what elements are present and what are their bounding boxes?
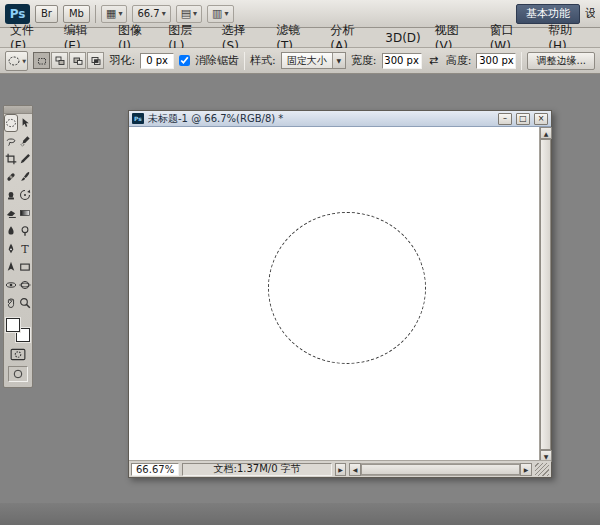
healing-brush-icon [5, 171, 17, 183]
vertical-scroll-thumb[interactable] [540, 139, 551, 450]
intersect-selection-icon [91, 56, 101, 66]
horizontal-scrollbar[interactable]: ◀ ▶ [349, 463, 532, 476]
launch-bridge-button[interactable]: Br [35, 5, 58, 23]
spot-healing-brush-tool[interactable] [4, 168, 18, 186]
options-divider [244, 52, 245, 70]
path-selection-tool[interactable] [4, 258, 18, 276]
style-select[interactable]: 固定大小 ▼ [281, 52, 346, 69]
3d-orbit-tool[interactable] [18, 276, 32, 294]
horizontal-scroll-thumb[interactable] [361, 464, 520, 475]
scroll-up-button[interactable]: ▲ [540, 127, 552, 139]
quick-selection-tool[interactable] [18, 132, 32, 150]
height-input[interactable] [476, 53, 516, 69]
add-to-selection-button[interactable] [51, 52, 68, 69]
move-tool[interactable] [18, 114, 32, 132]
arrange-documents-icon: ▤ [181, 8, 191, 19]
chevron-down-icon: ▾ [193, 9, 197, 18]
view-extras-dropdown[interactable]: ▦ ▾ [101, 5, 127, 23]
close-button[interactable]: × [534, 113, 548, 125]
foreground-color-swatch[interactable] [6, 318, 20, 332]
canvas[interactable] [129, 127, 539, 462]
clone-stamp-tool[interactable] [4, 186, 18, 204]
subtract-from-selection-button[interactable] [69, 52, 86, 69]
path-selection-icon [5, 261, 17, 273]
menu-view[interactable]: 视图(V) [428, 28, 483, 47]
tools-panel: T [3, 105, 33, 388]
move-icon [19, 117, 31, 129]
menu-help[interactable]: 帮助(H) [541, 28, 597, 47]
swap-width-height-button[interactable]: ⇄ [427, 52, 441, 69]
height-label: 高度: [446, 53, 472, 68]
menu-layer[interactable]: 图层(L) [161, 28, 214, 47]
scroll-left-button[interactable]: ◀ [349, 463, 361, 476]
menu-window[interactable]: 窗口(W) [483, 28, 542, 47]
zoom-percentage-field[interactable]: 66.67% [131, 463, 179, 476]
width-input[interactable] [382, 53, 422, 69]
menu-bar: 文件(F) 编辑(E) 图像(I) 图层(L) 选择(S) 滤镜(T) 分析(A… [0, 28, 600, 48]
horizontal-scroll-track[interactable] [361, 463, 520, 476]
scroll-right-button[interactable]: ▶ [520, 463, 532, 476]
quick-selection-icon [19, 135, 31, 147]
grid-icon: ▦ [106, 8, 116, 19]
gradient-tool[interactable] [18, 204, 32, 222]
lasso-tool[interactable] [4, 132, 18, 150]
blur-tool[interactable] [4, 222, 18, 240]
antialias-checkbox[interactable] [179, 55, 190, 66]
intersect-selection-button[interactable] [87, 52, 104, 69]
minimize-button[interactable]: – [498, 113, 512, 125]
chevron-down-icon: ▼ [22, 58, 26, 64]
launch-mini-bridge-button[interactable]: Mb [63, 5, 90, 23]
menu-image[interactable]: 图像(I) [111, 28, 161, 47]
dodge-tool[interactable] [18, 222, 32, 240]
3d-orbit-icon [19, 279, 31, 291]
eyedropper-tool[interactable] [18, 150, 32, 168]
menu-filter[interactable]: 滤镜(T) [269, 28, 323, 47]
rectangle-icon [19, 261, 31, 273]
screen-mode-button[interactable] [8, 366, 28, 382]
pen-icon [5, 243, 17, 255]
status-popup-button[interactable]: ▶ [335, 463, 346, 476]
feather-input[interactable] [140, 53, 174, 69]
elliptical-selection-marching-ants[interactable] [268, 212, 426, 364]
document-status-bar: 66.67% 文档:1.37M/0 字节 ▶ ◀ ▶ [129, 460, 551, 477]
refine-edge-button[interactable]: 调整边缘... [527, 52, 595, 70]
workspace-switcher-button[interactable]: 基本功能 [516, 4, 580, 24]
menu-file[interactable]: 文件(F) [3, 28, 57, 47]
zoom-level-dropdown[interactable]: 66.7 ▾ [132, 5, 170, 23]
crop-tool[interactable] [4, 150, 18, 168]
quick-mask-button[interactable] [8, 346, 28, 362]
zoom-tool[interactable] [18, 294, 32, 312]
style-label: 样式: [250, 53, 276, 68]
document-size-info: 文档:1.37M/0 字节 [182, 463, 332, 476]
document-titlebar[interactable]: Ps 未标题-1 @ 66.7%(RGB/8) * – □ × [129, 111, 551, 127]
screen-mode-dropdown[interactable]: ▥ ▾ [207, 5, 233, 23]
new-selection-button[interactable] [33, 52, 50, 69]
menu-3d[interactable]: 3D(D) [378, 28, 427, 47]
history-brush-tool[interactable] [18, 186, 32, 204]
hand-tool[interactable] [4, 294, 18, 312]
color-swatches [6, 318, 30, 342]
hand-icon [5, 297, 17, 309]
lasso-icon [5, 135, 17, 147]
maximize-button[interactable]: □ [516, 113, 530, 125]
brush-tool[interactable] [18, 168, 32, 186]
elliptical-marquee-tool[interactable] [4, 114, 18, 132]
eyedropper-icon [19, 153, 31, 165]
arrange-documents-dropdown[interactable]: ▤ ▾ [176, 5, 202, 23]
type-tool[interactable]: T [18, 240, 32, 258]
menu-analysis[interactable]: 分析(A) [323, 28, 378, 47]
resize-grip[interactable] [535, 463, 549, 476]
menu-edit[interactable]: 编辑(E) [57, 28, 111, 47]
pen-tool[interactable] [4, 240, 18, 258]
tool-preset-picker[interactable]: ▼ [5, 51, 28, 71]
workspace-next-partial[interactable]: 设 [585, 6, 595, 21]
panel-grip[interactable] [4, 106, 32, 114]
vertical-scrollbar[interactable]: ▲ ▼ [539, 127, 551, 462]
vertical-scroll-track[interactable] [540, 139, 551, 450]
eraser-tool[interactable] [4, 204, 18, 222]
chevron-down-icon[interactable]: ▼ [332, 53, 345, 68]
rectangle-tool[interactable] [18, 258, 32, 276]
3d-rotate-tool[interactable] [4, 276, 18, 294]
menu-select[interactable]: 选择(S) [215, 28, 269, 47]
window-bottom-edge [0, 503, 600, 525]
